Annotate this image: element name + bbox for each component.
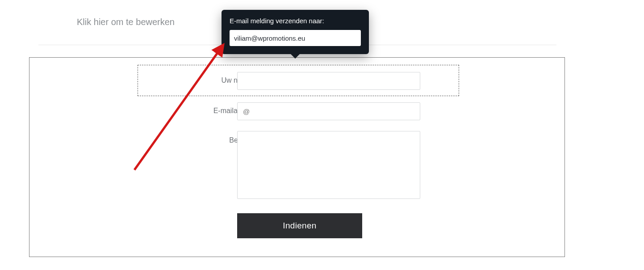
submit-button[interactable]: Indienen [237, 213, 362, 238]
name-input[interactable] [237, 72, 420, 90]
email-input[interactable] [237, 102, 420, 120]
email-notify-input[interactable] [230, 30, 361, 46]
message-label: Bericht [153, 136, 251, 144]
email-label: E-mailadres [153, 107, 251, 115]
popover-arrow-icon [290, 54, 300, 59]
email-notify-title: E-mail melding verzenden naar: [230, 17, 361, 25]
email-notify-popover: E-mail melding verzenden naar: [222, 10, 369, 54]
name-label: Uw naam [153, 76, 251, 84]
page-edit-placeholder[interactable]: Klik hier om te bewerken [77, 17, 175, 27]
contact-form-panel: Uw naam E-mailadres Bericht Indienen [29, 57, 565, 257]
message-textarea[interactable] [237, 131, 420, 199]
